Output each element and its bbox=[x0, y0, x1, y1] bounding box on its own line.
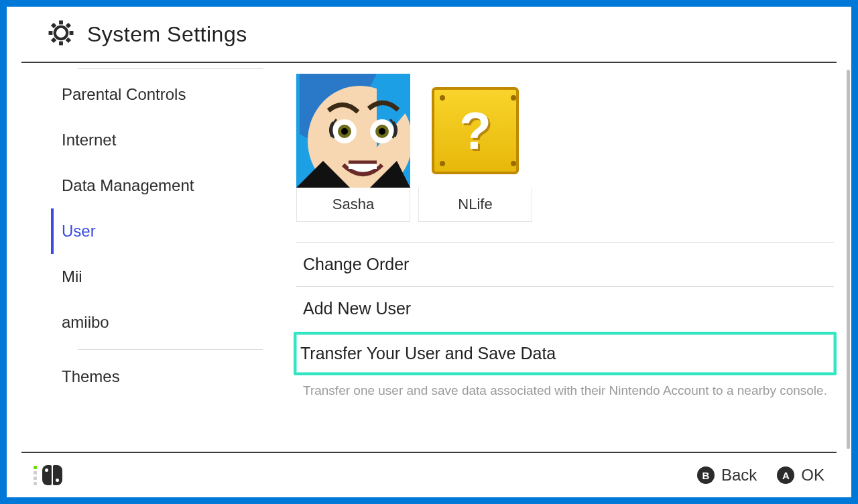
user-name: Sasha bbox=[332, 188, 374, 213]
list-item-transfer[interactable]: Transfer Your User and Save Data bbox=[294, 332, 837, 375]
svg-point-14 bbox=[341, 128, 348, 135]
sidebar-item-internet[interactable]: Internet bbox=[51, 117, 269, 163]
svg-line-8 bbox=[52, 39, 55, 42]
sidebar-item-data-management[interactable]: Data Management bbox=[51, 163, 269, 208]
scrollbar[interactable] bbox=[847, 70, 850, 449]
gear-icon bbox=[47, 19, 75, 50]
question-block-icon: ? bbox=[432, 87, 519, 174]
list-item-add-new-user[interactable]: Add New User bbox=[296, 287, 834, 330]
avatar: ? bbox=[418, 74, 532, 188]
avatar bbox=[296, 74, 410, 188]
user-name: NLife bbox=[458, 188, 492, 213]
b-button-icon: B bbox=[697, 466, 715, 484]
page-title: System Settings bbox=[87, 22, 247, 47]
controller-status bbox=[34, 465, 62, 485]
watermark: OLD CONSOLE bbox=[718, 480, 854, 501]
sidebar: Parental Controls Internet Data Manageme… bbox=[21, 63, 269, 452]
user-card[interactable]: Sasha bbox=[296, 74, 410, 222]
svg-point-16 bbox=[379, 128, 385, 135]
sidebar-item-amiibo[interactable]: amiibo bbox=[51, 300, 269, 345]
joycon-icon bbox=[42, 465, 62, 485]
svg-point-0 bbox=[55, 27, 67, 39]
player-dots-icon bbox=[34, 466, 37, 485]
sidebar-item-user[interactable]: User bbox=[51, 208, 269, 254]
user-cards: Sasha ? NLife bbox=[296, 74, 834, 222]
option-list: Change Order Add New User Transfer Your … bbox=[296, 242, 834, 399]
svg-line-6 bbox=[67, 39, 70, 42]
sidebar-item-mii[interactable]: Mii bbox=[51, 254, 269, 300]
sidebar-divider bbox=[78, 349, 263, 350]
svg-line-7 bbox=[67, 24, 70, 27]
list-item-description: Transfer one user and save data associat… bbox=[296, 377, 834, 399]
list-item-change-order[interactable]: Change Order bbox=[296, 243, 834, 286]
sidebar-item-themes[interactable]: Themes bbox=[51, 354, 269, 399]
user-card[interactable]: ? NLife bbox=[418, 74, 532, 222]
sidebar-top-divider bbox=[78, 68, 263, 69]
content: Sasha ? NLife Change Order Add New User … bbox=[269, 63, 837, 452]
header: System Settings bbox=[7, 7, 851, 62]
sidebar-item-parental-controls[interactable]: Parental Controls bbox=[51, 72, 269, 117]
svg-line-5 bbox=[52, 24, 55, 27]
